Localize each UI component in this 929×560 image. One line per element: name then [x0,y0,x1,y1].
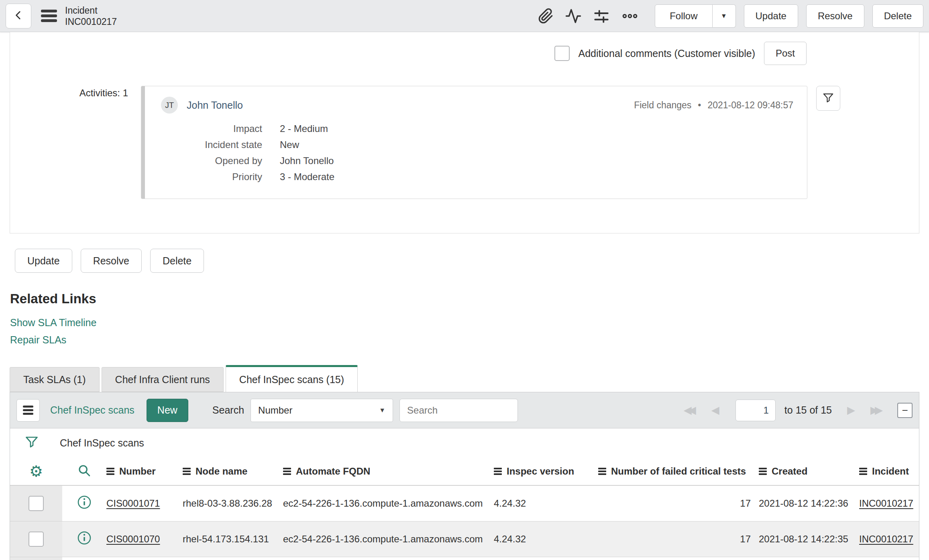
scan-number-link[interactable]: CIS0001070 [106,534,160,544]
field-value: New [280,139,299,150]
inspec-version-cell: 4.24.32 [494,534,598,545]
update-button-header[interactable]: Update [744,4,798,28]
tab-task-slas[interactable]: Task SLAs (1) [10,367,100,392]
first-page-icon[interactable]: ◀◀ [684,404,696,416]
column-header-inspec-version[interactable]: Inspec version [494,466,598,477]
column-header-failed-critical-tests[interactable]: Number of failed critical tests [598,466,759,477]
list-toolbar: Chef InSpec scans New Search Number ▼ ◀◀… [10,392,919,428]
info-icon[interactable] [77,495,92,512]
pagination-range-label: to 15 of 15 [784,404,832,416]
top-header-bar: Incident INC0010217 Follow ▼ Update Reso… [0,0,929,32]
field-value: 3 - Moderate [280,171,334,183]
dot-separator: • [698,100,701,111]
additional-comments-row: Additional comments (Customer visible) P… [10,32,919,65]
related-lists-tabs: Task SLAs (1) Chef Infra Client runs Che… [10,365,929,392]
failed-critical-tests-cell: 17 [598,498,759,509]
created-cell: 2021-08-12 14:22:35 [759,534,859,545]
page-number-input[interactable] [735,400,776,421]
incident-link[interactable]: INC0010217 [859,498,913,509]
column-menu-icon [106,468,114,475]
column-menu-icon [183,468,191,475]
next-page-icon[interactable]: ▶ [847,404,855,416]
info-icon[interactable] [77,531,92,548]
search-field-value: Number [258,405,292,416]
column-header-automate-fqdn[interactable]: Automate FQDN [283,466,494,477]
activity-body: JT John Tonello Field changes • 2021-08-… [145,86,807,199]
list-title[interactable]: Chef InSpec scans [50,404,134,416]
column-header-node-name[interactable]: Node name [183,466,283,477]
field-change-row: Priority 3 - Moderate [161,171,793,183]
back-button[interactable] [6,4,31,28]
breadcrumb[interactable]: Chef InSpec scans [60,437,144,449]
follow-button[interactable]: Follow [655,4,712,28]
chevron-down-icon: ▼ [721,12,727,20]
delete-button-header[interactable]: Delete [872,4,923,28]
show-sla-timeline-link[interactable]: Show SLA Timeline [10,317,96,329]
filter-funnel-icon[interactable] [24,434,39,451]
personalize-icon[interactable] [593,8,610,24]
activity-author[interactable]: John Tonello [187,99,243,111]
field-changes-list: Impact 2 - Medium Incident state New Ope… [161,123,793,183]
post-button[interactable]: Post [764,42,807,65]
column-header-incident[interactable]: Incident [859,466,919,477]
last-page-icon[interactable]: ▶▶ [870,404,883,416]
field-value: John Tonello [280,155,334,166]
collapse-list-button[interactable]: − [897,403,913,418]
attachment-icon[interactable] [538,8,554,24]
repair-slas-link[interactable]: Repair SLAs [10,334,66,346]
form-footer-buttons: Update Resolve Delete [15,249,929,273]
delete-button[interactable]: Delete [150,249,204,273]
activity-filter-button[interactable] [816,86,840,111]
table-header-row: ⚙ Number Node name Automate FQDN Inspec … [10,457,919,485]
search-label: Search [212,404,244,416]
inspec-version-cell: 4.24.32 [494,498,598,509]
activity-accent-bar [141,86,145,199]
field-value: 2 - Medium [280,123,328,134]
tab-chef-infra-client-runs[interactable]: Chef Infra Client runs [102,367,224,392]
search-field-select[interactable]: Number ▼ [251,399,393,422]
field-label: Opened by [161,155,262,166]
failed-critical-tests-cell: 17 [598,534,759,545]
column-menu-icon [859,468,867,475]
follow-split-button: Follow ▼ [655,4,735,28]
scan-number-link[interactable]: CIS0001071 [106,498,160,509]
column-menu-icon [598,468,606,475]
table-row: CIS0001071 rhel8-03-3.88.236.28 ec2-54-2… [10,485,919,521]
chevron-down-icon: ▼ [379,407,385,414]
search-input[interactable] [399,399,518,422]
tab-chef-inspec-scans[interactable]: Chef InSpec scans (15) [226,365,358,392]
created-cell: 2021-08-12 14:22:36 [759,498,859,509]
field-change-row: Opened by John Tonello [161,155,793,166]
prev-page-icon[interactable]: ◀ [711,404,719,416]
field-label: Impact [161,123,262,134]
related-links-title: Related Links [10,291,929,306]
activity-timestamp: 2021-08-12 09:48:57 [707,100,793,111]
customer-visible-checkbox[interactable] [554,46,570,61]
incident-link[interactable]: INC0010217 [859,534,913,544]
search-icon[interactable] [77,464,91,479]
field-change-row: Incident state New [161,139,793,150]
gear-icon[interactable]: ⚙ [29,463,43,480]
node-name-cell: rhel8-03-3.88.236.28 [183,498,283,509]
resolve-button-header[interactable]: Resolve [806,4,864,28]
row-select-checkbox[interactable] [29,532,44,547]
avatar: JT [161,97,178,114]
update-button[interactable]: Update [15,249,72,273]
row-select-checkbox[interactable] [29,496,44,511]
new-button[interactable]: New [147,399,188,422]
context-menu-icon[interactable] [41,10,57,22]
more-options-icon[interactable] [621,8,639,24]
activity-entry-card: JT John Tonello Field changes • 2021-08-… [141,86,807,199]
header-actions: Follow ▼ Update Resolve Delete [533,4,923,28]
follow-dropdown-button[interactable]: ▼ [713,4,736,28]
activity-stream-icon[interactable] [564,8,582,24]
record-type-label: Incident [65,5,117,16]
field-change-row: Impact 2 - Medium [161,123,793,134]
activities-section: Activities: 1 JT John Tonello Field chan… [10,86,919,199]
column-header-created[interactable]: Created [759,466,859,477]
list-context-menu-icon[interactable] [16,399,40,422]
column-header-number[interactable]: Number [106,466,183,477]
resolve-button[interactable]: Resolve [81,249,142,273]
page-title: Incident INC0010217 [65,5,117,27]
node-name-cell: rhel-54.173.154.131 [183,534,283,545]
